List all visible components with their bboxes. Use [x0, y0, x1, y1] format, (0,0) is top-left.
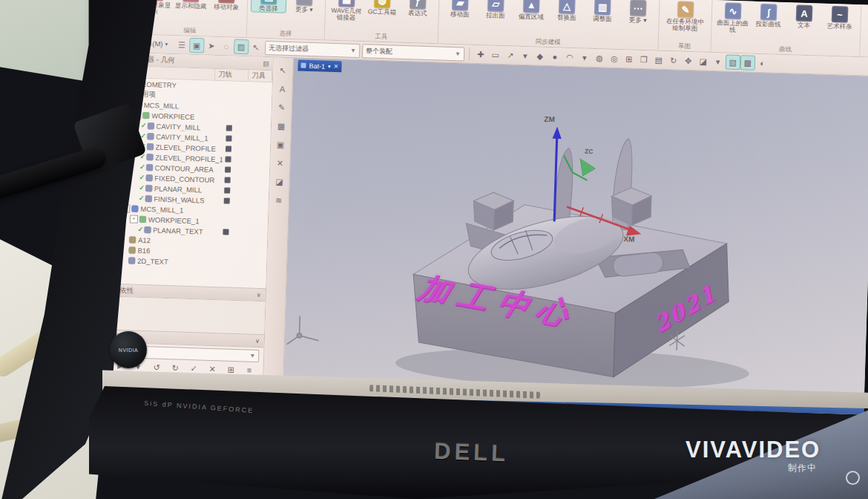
delete-icon[interactable]: ✕ [273, 156, 287, 170]
tree-item-label: MCS_MILL [144, 100, 180, 109]
annotate-icon[interactable]: ✎ [274, 100, 289, 114]
layers-icon[interactable]: ▩ [740, 56, 754, 70]
op-icon [145, 195, 151, 202]
ribbon-button-label: 投影曲线 [755, 21, 780, 28]
rotate-view-icon[interactable]: ↻ [666, 53, 680, 68]
ribbon-button-label: 移动面 [450, 11, 470, 19]
tree-item-label: CONTOUR_AREA [155, 163, 214, 173]
plane-icon[interactable]: ▭ [489, 48, 503, 62]
selection-filter-combo[interactable]: 无选择过滤器 ▼ [265, 40, 361, 57]
ribbon-button[interactable]: A文本 [786, 4, 821, 29]
pull-face-icon: ▱ [487, 0, 504, 12]
vector-icon[interactable]: ↗ [504, 48, 518, 62]
dell-logo: DELL [433, 438, 530, 474]
wireframe-view-icon[interactable]: ◎ [608, 52, 622, 66]
render-style-icon[interactable]: ◐ [755, 56, 769, 71]
arc-icon[interactable]: ◠ [563, 50, 577, 65]
ribbon-button[interactable]: ◉显示和隐藏 [174, 0, 208, 10]
move-face-icon: ▰ [452, 0, 469, 11]
ribbon-button-label: 曲面上的曲线 [715, 19, 750, 33]
selection-scope-combo[interactable]: 整个装配 ▼ [362, 44, 465, 61]
tree-item-label: 2D_TEXT [137, 256, 168, 265]
ribbon-button[interactable]: ▲偏置区域 [514, 0, 549, 21]
text-icon: A [796, 4, 813, 22]
ribbon-button-label: 类选择 [259, 5, 278, 13]
tree-item-label: PLANAR_MILL [154, 184, 203, 194]
op-icon [128, 257, 135, 264]
section-view-icon[interactable]: ◪ [272, 175, 286, 189]
photo-of-laptop-scene: { "watermark": { "brand": "VIVAVIDEO", "… [0, 0, 868, 499]
touch-mode-icon[interactable]: ☰ [175, 38, 189, 52]
ribbon-button[interactable]: ⋯更多 ▾ [287, 0, 322, 13]
orient-view-icon[interactable]: ▤ [652, 53, 666, 67]
dropdown-caret-icon[interactable]: ▾ [711, 55, 725, 69]
text-tool-icon[interactable]: A [275, 82, 289, 96]
select-icon[interactable]: ↖ [276, 63, 290, 77]
tool-icon [128, 247, 135, 253]
ribbon-button[interactable]: ∫投影曲线 [751, 3, 786, 28]
watermark-ring-icon [846, 471, 860, 485]
generated-check-icon: ✓ [139, 163, 145, 171]
ribbon-button[interactable]: △替换面 [550, 0, 585, 22]
pointer-icon[interactable]: ➤ [205, 39, 219, 53]
project-curve-icon: ∫ [760, 4, 777, 21]
ribbon-group-3: ▰移动面▱拉出面▲偏置区域△替换面▥调整面⋯更多 ▾同步建模 [438, 0, 660, 50]
tree-item-label: ZLEVEL_PROFILE [155, 143, 216, 153]
ribbon-button-label: 替换面 [557, 14, 576, 22]
wave-icon[interactable]: ≋ [272, 193, 286, 207]
part-window-tab[interactable]: Bat-1 ▾ ✕ [297, 59, 341, 72]
dropdown-caret-icon[interactable]: ▾ [578, 50, 592, 65]
ribbon-button[interactable]: ▥调整面 [585, 0, 620, 23]
column-toolpath[interactable]: 刀轨 [215, 69, 249, 81]
generated-check-icon: ✓ [137, 226, 143, 233]
pin-icon[interactable]: ⊟ [263, 59, 269, 68]
axis-x-label: XM [623, 235, 634, 243]
ribbon-group-5: ∿曲面上的曲线∫投影曲线A文本~艺术样条曲线 [711, 0, 861, 56]
fit-view-icon[interactable]: ⊞ [622, 52, 637, 66]
pick-icon[interactable]: ↖ [249, 40, 263, 54]
toolpath-status-icon [215, 144, 242, 153]
datum-icon[interactable]: ✚ [474, 48, 488, 62]
section-icon[interactable]: ◪ [696, 54, 710, 68]
ribbon-button[interactable]: ƒ表达式 [401, 0, 435, 17]
studio-spline-icon: ~ [832, 6, 849, 23]
ribbon-button[interactable]: ▦WAVE几何链接器 [329, 0, 364, 22]
snapshot-icon[interactable]: ▧ [726, 56, 740, 70]
sphere-icon[interactable]: ● [548, 50, 562, 64]
ribbon-button[interactable]: ▰移动面 [443, 0, 478, 19]
tree-item-label: ZLEVEL_PROFILE_1 [155, 153, 223, 163]
tree-expander-icon[interactable]: + [130, 215, 138, 223]
selection-box-icon[interactable]: ▣ [190, 39, 204, 53]
ribbon-button[interactable]: ◍GC工具箱 [365, 0, 400, 16]
point-icon[interactable]: ◆ [533, 49, 548, 63]
shaded-view-icon[interactable]: ◍ [593, 51, 607, 65]
gc-toolbox-icon: ◍ [374, 0, 391, 8]
close-icon[interactable]: ✕ [333, 63, 338, 70]
lasso-icon[interactable]: ◌ [220, 39, 234, 53]
axis-z-label: ZM [544, 115, 555, 123]
tree-item-label: PLANAR_TEXT [153, 226, 203, 235]
tree-item-label: FINISH_WALLS [154, 195, 205, 204]
watermark-status: 制作中 [788, 462, 817, 474]
ribbon-button[interactable]: ▣类选择 [251, 0, 286, 13]
graphics-viewport[interactable]: Bat-1 ▾ ✕ [283, 58, 868, 395]
op-icon [145, 185, 152, 192]
dropdown-caret-icon[interactable]: ▾ [519, 49, 533, 63]
chevron-down-icon: ▼ [455, 50, 461, 57]
chevron-down-icon: ▼ [350, 47, 356, 53]
column-tool[interactable]: 刀具 [249, 70, 272, 82]
ribbon-button[interactable]: ~艺术样条 [822, 5, 857, 30]
ribbon-button[interactable]: ✚移动对象 [209, 0, 244, 11]
tree-item-label: WORKPIECE_1 [148, 215, 200, 225]
ribbon-button[interactable]: ▱拉出面 [479, 0, 513, 19]
table-icon[interactable]: ▣ [274, 137, 288, 151]
selection-filter-value: 无选择过滤器 [269, 43, 309, 54]
window-icon[interactable]: ❐ [637, 53, 651, 67]
ribbon-button[interactable]: ⋯更多 ▾ [621, 0, 656, 24]
ribbon-button[interactable]: ∿曲面上的曲线 [715, 1, 750, 33]
grid-icon[interactable]: ▦ [274, 119, 289, 133]
highlight-icon[interactable]: ▨ [234, 40, 249, 54]
ribbon-button[interactable]: ✎在任务环境中绘制草图 [662, 0, 708, 33]
pan-view-icon[interactable]: ✥ [681, 54, 695, 68]
ribbon-button-label: GC工具箱 [368, 8, 397, 16]
